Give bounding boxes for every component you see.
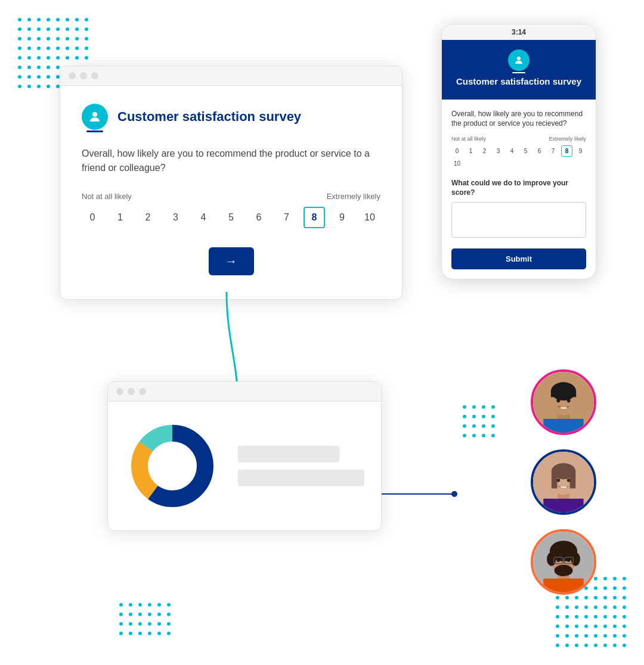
survey-logo-avatar — [82, 104, 108, 130]
window-titlebar — [60, 66, 402, 86]
mobile-statusbar: 3:14 — [442, 24, 596, 40]
window-dot-3 — [91, 72, 98, 79]
mobile-survey-question: Overall, how likely are you to recommend… — [451, 109, 586, 129]
avatar-1 — [531, 369, 596, 435]
mobile-scale-num-0[interactable]: 0 — [451, 145, 463, 157]
analytics-dot-2 — [128, 388, 135, 395]
desktop-scale-num-7[interactable]: 7 — [276, 207, 298, 228]
avatar-2 — [531, 449, 596, 515]
svg-point-32 — [567, 558, 571, 562]
mobile-scale-num-5[interactable]: 5 — [520, 145, 531, 157]
svg-rect-19 — [552, 471, 558, 489]
svg-rect-25 — [543, 579, 583, 593]
mobile-scale-num-10[interactable]: 10 — [451, 158, 463, 169]
window-dot-2 — [80, 72, 87, 79]
analytics-connector-line — [382, 493, 453, 495]
legend-block-1 — [238, 446, 339, 462]
desktop-scale-num-1[interactable]: 1 — [110, 207, 131, 228]
avatar-3 — [531, 529, 596, 595]
analytics-connector-dot — [451, 491, 457, 497]
svg-point-12 — [556, 399, 560, 403]
desktop-scale-num-10[interactable]: 10 — [359, 207, 380, 228]
mobile-scale-num-2[interactable]: 2 — [479, 145, 490, 157]
analytics-dot-3 — [139, 388, 146, 395]
mobile-improve-label: What could we do to improve your score? — [451, 179, 586, 197]
desktop-scale-labels: Not at all likely Extremely likely — [82, 192, 380, 201]
survey-header: Customer satisfaction survey — [82, 104, 380, 130]
svg-rect-20 — [570, 471, 576, 489]
donut-chart — [125, 418, 220, 514]
svg-point-5 — [150, 443, 195, 489]
mobile-scale-max: Extremely likely — [549, 136, 586, 142]
mobile-scale-num-8[interactable]: 8 — [561, 145, 572, 157]
svg-point-22 — [567, 478, 571, 482]
desktop-scale-num-3[interactable]: 3 — [165, 207, 187, 228]
avatar-3-image — [533, 530, 594, 593]
mobile-scale-num-4[interactable]: 4 — [506, 145, 518, 157]
desktop-survey-title: Customer satisfaction survey — [117, 109, 301, 125]
desktop-scale-num-4[interactable]: 4 — [193, 207, 214, 228]
scale-max-label: Extremely likely — [327, 192, 380, 201]
svg-point-21 — [556, 478, 560, 482]
desktop-scale-num-6[interactable]: 6 — [248, 207, 270, 228]
desktop-survey-window: Customer satisfaction survey Overall, ho… — [60, 66, 402, 300]
svg-rect-8 — [543, 419, 583, 434]
mobile-scale-num-3[interactable]: 3 — [493, 145, 504, 157]
mobile-scale-num-7[interactable]: 7 — [547, 145, 559, 157]
dot-grid-bottom-middle — [119, 603, 171, 635]
desktop-scale-num-5[interactable]: 5 — [221, 207, 242, 228]
desktop-survey-question: Overall, how likely are you to recommend… — [82, 147, 380, 175]
mobile-scale-num-9[interactable]: 9 — [575, 145, 586, 157]
analytics-dot-1 — [116, 388, 123, 395]
svg-point-31 — [556, 558, 560, 562]
mobile-header: Customer satisfaction survey — [442, 40, 596, 100]
desktop-scale-num-0[interactable]: 0 — [82, 207, 103, 228]
avatar-2-image — [533, 450, 594, 514]
svg-point-1 — [517, 57, 521, 60]
svg-rect-16 — [543, 499, 583, 514]
desktop-scale-num-2[interactable]: 2 — [137, 207, 159, 228]
avatar-group — [531, 369, 596, 595]
mobile-survey-window: 3:14 Customer satisfaction survey Overal… — [441, 24, 596, 279]
mobile-avatar — [508, 49, 530, 71]
svg-point-30 — [555, 565, 573, 576]
mobile-body: Overall, how likely are you to recommend… — [442, 100, 596, 279]
desktop-scale-num-9[interactable]: 9 — [332, 207, 353, 228]
legend-block-2 — [238, 470, 364, 486]
desktop-scale-num-8[interactable]: 8 — [304, 207, 325, 228]
svg-point-0 — [92, 112, 97, 117]
mobile-survey-title: Customer satisfaction survey — [456, 76, 581, 88]
analytics-legend — [238, 446, 364, 486]
mobile-scale-labels: Not at all likely Extremely likely — [451, 136, 586, 142]
desktop-scale-numbers[interactable]: 012345678910 — [82, 207, 380, 228]
mobile-scale-numbers[interactable]: 012345678910 — [451, 145, 586, 169]
avatar-1-image — [533, 371, 594, 434]
scale-min-label: Not at all likely — [82, 192, 132, 201]
svg-rect-11 — [551, 391, 576, 397]
mobile-scale-num-1[interactable]: 1 — [465, 145, 476, 157]
mobile-scale-min: Not at all likely — [451, 136, 486, 142]
dot-grid-middle-right — [463, 405, 495, 437]
person-icon — [88, 110, 102, 124]
analytics-window — [107, 381, 382, 531]
next-button[interactable]: → — [209, 247, 254, 275]
window-dot-1 — [69, 72, 76, 79]
svg-point-13 — [567, 399, 571, 403]
mobile-submit-button[interactable]: Submit — [451, 248, 586, 269]
mobile-textarea[interactable] — [451, 202, 586, 238]
analytics-titlebar — [108, 382, 381, 402]
mobile-person-icon — [513, 55, 524, 66]
mobile-time: 3:14 — [512, 28, 526, 36]
mobile-scale-num-6[interactable]: 6 — [534, 145, 545, 157]
arrow-right-icon: → — [225, 254, 237, 268]
analytics-content — [108, 402, 381, 530]
